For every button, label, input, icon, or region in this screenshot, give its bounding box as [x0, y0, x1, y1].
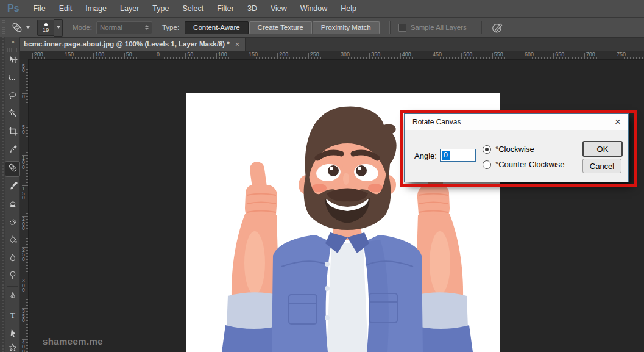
tool-preset-caret-icon[interactable] [26, 26, 30, 29]
paint-bucket-icon [8, 235, 18, 247]
ruler-label: 5 0 [22, 64, 25, 73]
ruler-origin-box[interactable] [19, 51, 29, 60]
svg-text:T: T [10, 311, 15, 320]
ruler-label: 150 [65, 51, 74, 57]
ruler-label: 2 0 0 [22, 217, 25, 231]
path-selection-icon [8, 328, 18, 340]
options-bar: 19 Mode: Normal Type: Content-AwareCreat… [0, 18, 644, 38]
tool-bar: » T [5, 37, 20, 352]
dodge-icon [8, 270, 18, 282]
ruler-label: 750 [617, 51, 626, 57]
ruler-label: 3 0 0 [22, 279, 25, 293]
ruler-label: 600 [525, 51, 534, 57]
options-bar-grip[interactable] [2, 20, 5, 35]
brush-tool[interactable] [5, 179, 19, 194]
mode-dropdown[interactable]: Normal [96, 21, 152, 34]
lasso-icon [8, 90, 18, 102]
type-tool[interactable]: T [5, 309, 19, 323]
brush-size-preview[interactable]: 19 [37, 20, 54, 36]
rectangular-marquee-icon [8, 72, 18, 84]
dodge-tool[interactable] [5, 269, 19, 284]
menu-item-select[interactable]: Select [175, 0, 210, 17]
lasso-tool[interactable] [5, 89, 19, 104]
tab-close-icon[interactable]: × [235, 40, 240, 48]
eraser-tool[interactable] [5, 215, 19, 230]
ruler-label: 650 [555, 51, 564, 57]
tab-bar: bcmc-inner-page-about.jpg @ 100% (Levels… [0, 37, 644, 51]
updown-arrows-icon [145, 25, 149, 30]
sample-all-layers-label: Sample All Layers [411, 24, 467, 31]
ruler-label: 550 [494, 51, 503, 57]
ruler-label: 2 5 0 [22, 248, 25, 262]
ruler-label: 200 [34, 51, 43, 57]
type-button-content-aware[interactable]: Content-Aware [185, 21, 249, 34]
brush-tip-icon [44, 23, 48, 26]
ruler-label: 0 [22, 95, 25, 99]
menu-item-file[interactable]: File [27, 0, 52, 17]
document-tab[interactable]: bcmc-inner-page-about.jpg @ 100% (Levels… [18, 37, 246, 51]
type-button-group: Content-AwareCreate TextureProximity Mat… [185, 21, 380, 34]
ruler-label: 350 [371, 51, 380, 57]
sample-all-layers-checkbox[interactable] [398, 24, 406, 32]
ruler-label: 250 [310, 51, 319, 57]
separator [481, 21, 481, 34]
eyedropper-tool[interactable] [5, 143, 19, 158]
magic-wand-tool[interactable] [5, 107, 19, 122]
toolbar-separator [7, 286, 18, 287]
menu-item-edit[interactable]: Edit [52, 0, 79, 17]
ruler-label: 700 [586, 51, 595, 57]
crop-tool[interactable] [5, 125, 19, 140]
blur-tool[interactable] [5, 252, 19, 267]
type-button-create-texture[interactable]: Create Texture [249, 21, 312, 34]
panel-dock-edge [0, 37, 5, 352]
type-icon: T [8, 310, 18, 322]
red-highlight-box [400, 110, 637, 187]
blur-icon [8, 253, 18, 265]
toolbar-collapse-button[interactable]: » [5, 37, 19, 45]
ruler-label: 500 [463, 51, 472, 57]
menu-item-type[interactable]: Type [146, 0, 175, 17]
type-button-proximity-match[interactable]: Proximity Match [313, 21, 380, 34]
ruler-label: 1 0 0 [22, 156, 25, 170]
pen-tool[interactable] [5, 290, 19, 305]
tablet-pressure-icon[interactable] [491, 21, 504, 34]
ruler-label: 100 [218, 51, 227, 57]
menu-item-3d[interactable]: 3D [241, 0, 264, 17]
custom-shape-icon [8, 343, 18, 352]
paint-bucket-tool[interactable] [5, 234, 19, 248]
ruler-label: 200 [279, 51, 288, 57]
custom-shape-tool[interactable] [5, 342, 19, 352]
menu-item-image[interactable]: Image [79, 0, 113, 17]
spot-healing-brush-icon [8, 163, 18, 175]
vertical-ruler: 5 005 01 0 01 5 02 0 02 5 03 0 03 5 04 0… [19, 59, 29, 352]
mode-label: Mode: [73, 24, 92, 31]
menu-item-view[interactable]: View [264, 0, 294, 17]
magic-wand-icon [8, 109, 18, 121]
rectangular-marquee-tool[interactable] [5, 71, 19, 85]
menu-item-layer[interactable]: Layer [113, 0, 146, 17]
path-selection-tool[interactable] [5, 327, 19, 342]
move-tool[interactable] [5, 54, 19, 68]
menu: FileEditImageLayerTypeSelectFilter3DView… [27, 0, 363, 17]
brush-size-value: 19 [43, 27, 49, 32]
toolbar-grip[interactable] [7, 48, 18, 52]
spot-healing-brush-tool[interactable] [5, 162, 19, 176]
ruler-label: 450 [433, 51, 442, 57]
separator [389, 21, 390, 34]
move-icon [8, 55, 18, 67]
menu-item-window[interactable]: Window [294, 0, 334, 17]
photoshop-window: Ps FileEditImageLayerTypeSelectFilter3DV… [0, 0, 644, 352]
spot-healing-brush-icon[interactable] [10, 21, 24, 34]
eraser-icon [8, 217, 18, 229]
menu-bar: Ps FileEditImageLayerTypeSelectFilter3DV… [0, 0, 644, 18]
ruler-label: 100 [95, 51, 104, 57]
ruler-label: 3 5 0 [22, 309, 25, 323]
clone-stamp-tool[interactable] [5, 197, 19, 212]
eyedropper-icon [8, 145, 18, 157]
ruler-label: 1 5 0 [22, 187, 25, 201]
brush-picker-dropdown[interactable] [54, 19, 63, 37]
menu-item-help[interactable]: Help [334, 0, 363, 17]
ruler-label: 50 [187, 51, 193, 57]
ruler-label: 50 [126, 51, 132, 57]
menu-item-filter[interactable]: Filter [210, 0, 241, 17]
